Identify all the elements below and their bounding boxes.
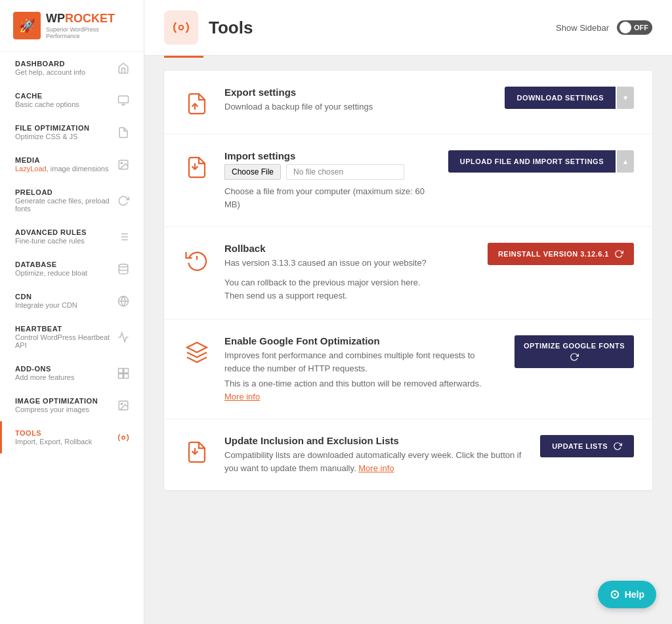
google-fonts-body: Enable Google Font Optimization Improves…	[224, 335, 501, 403]
svg-point-22	[122, 436, 125, 439]
export-icon	[182, 89, 211, 118]
logo-rocket: ROCKET	[65, 12, 115, 25]
nav-subtitle-cdn: Integrate your CDN	[15, 301, 116, 309]
svg-point-6	[121, 162, 122, 163]
file-name-display: No file chosen	[286, 164, 404, 180]
rollback-extra-line1: You can rollback to the previous major v…	[224, 276, 474, 290]
heartbeat-icon	[116, 330, 131, 344]
upload-import-btn-group: UPLOAD FILE AND IMPORT SETTINGS ▴	[448, 150, 634, 173]
rollback-body: Rollback Has version 3.13.3 caused an is…	[224, 243, 474, 303]
rollback-extra-line2: Then send us a support request.	[224, 289, 474, 303]
sidebar-item-preload[interactable]: PRELOAD Generate cache files, preload fo…	[0, 180, 144, 220]
show-sidebar-label: Show Sidebar	[556, 23, 609, 33]
google-fonts-extra: This is a one-time action and this butto…	[224, 377, 501, 403]
page-title: Tools	[209, 18, 253, 38]
update-lists-action: UPDATE LISTS	[540, 435, 634, 457]
tools-icon	[116, 430, 131, 445]
logo: 🚀 WPROCKET Superior WordPress Performanc…	[0, 0, 144, 52]
export-desc: Download a backup file of your settings	[224, 100, 492, 114]
database-icon	[116, 262, 131, 276]
sidebar-item-media[interactable]: MEDIA LazyLoad, image dimensions	[0, 148, 144, 180]
import-icon	[182, 153, 211, 182]
nav-subtitle-database: Optimize, reduce bloat	[15, 269, 116, 277]
file-choose-button[interactable]: Choose File	[224, 164, 281, 180]
nav-subtitle-dashboard: Get help, account info	[15, 68, 116, 76]
sidebar-item-cache[interactable]: CACHE Basic cache options	[0, 84, 144, 116]
rollback-title: Rollback	[224, 243, 474, 254]
nav-title-cache: CACHE	[15, 92, 116, 100]
svg-rect-18	[119, 373, 123, 378]
sidebar-item-database[interactable]: DATABASE Optimize, reduce bloat	[0, 253, 144, 285]
svg-point-13	[119, 264, 128, 267]
update-lists-desc: Compatibility lists are downloaded autom…	[224, 449, 527, 474]
help-button[interactable]: ⊙ Help	[598, 581, 656, 608]
download-settings-btn-group: DOWNLOAD SETTINGS ▾	[505, 87, 634, 109]
cache-icon	[116, 93, 131, 108]
rollback-extra: You can rollback to the previous major v…	[224, 276, 474, 304]
upload-import-button[interactable]: UPLOAD FILE AND IMPORT SETTINGS	[448, 150, 616, 173]
page-underline	[164, 56, 203, 58]
sidebar-item-dashboard[interactable]: DASHBOARD Get help, account info	[0, 52, 144, 84]
dashboard-icon	[116, 61, 131, 75]
rollback-action: REINSTALL VERSION 3.12.6.1	[488, 243, 634, 265]
svg-rect-16	[119, 368, 123, 373]
reinstall-refresh-icon	[614, 249, 623, 259]
page-content-area: Export settings Download a backup file o…	[144, 56, 672, 510]
update-lists-title: Update Inclusion and Exclusion Lists	[224, 435, 527, 446]
update-lists-section: Update Inclusion and Exclusion Lists Com…	[164, 419, 652, 490]
nav-title-preload: PRELOAD	[15, 188, 116, 196]
google-fonts-section: Enable Google Font Optimization Improves…	[164, 320, 652, 419]
nav-title-media: MEDIA	[15, 156, 116, 164]
file-input-row: Choose File No file chosen	[224, 164, 435, 180]
nav-title-heartbeat: HEARTBEAT	[15, 325, 116, 333]
header-right: Show Sidebar OFF	[556, 20, 652, 35]
update-lists-refresh-icon	[613, 442, 622, 451]
download-settings-button[interactable]: DOWNLOAD SETTINGS	[505, 87, 616, 109]
optimize-google-fonts-button[interactable]: OPTIMIZE GOOGLE FONTS	[514, 335, 634, 368]
rollback-desc: Has version 3.13.3 caused an issue on yo…	[224, 257, 474, 270]
google-fonts-more-info-link[interactable]: More info	[224, 392, 260, 402]
reinstall-button[interactable]: REINSTALL VERSION 3.12.6.1	[488, 243, 634, 265]
help-label: Help	[625, 589, 644, 600]
export-body: Export settings Download a backup file o…	[224, 87, 492, 114]
update-lists-more-info-link[interactable]: More info	[358, 463, 394, 473]
export-title: Export settings	[224, 87, 492, 98]
reinstall-label: REINSTALL VERSION 3.12.6.1	[498, 250, 609, 258]
svg-text:🚀: 🚀	[19, 18, 35, 33]
nav-subtitle-adv-rules: Fine-tune cache rules	[15, 237, 116, 245]
tools-cards: Export settings Download a backup file o…	[164, 71, 652, 490]
sidebar-item-image-optimization[interactable]: IMAGE OPTIMIZATION Compress your images	[0, 389, 144, 421]
svg-rect-19	[124, 373, 129, 378]
logo-subtitle: Superior WordPress Performance	[46, 26, 131, 39]
nav-subtitle-addons: Add more features	[15, 373, 116, 381]
nav-subtitle-preload: Generate cache files, preload fonts	[15, 197, 116, 213]
upload-import-dropdown[interactable]: ▴	[617, 150, 634, 173]
page-header-icon	[173, 19, 190, 36]
sidebar-item-heartbeat[interactable]: HEARTBEAT Control WordPress Heartbeat AP…	[0, 317, 144, 357]
sidebar-item-addons[interactable]: ADD-ONS Add more features	[0, 357, 144, 389]
toggle-circle	[620, 22, 631, 33]
export-section: Export settings Download a backup file o…	[164, 71, 652, 135]
update-lists-button[interactable]: UPDATE LISTS	[540, 435, 634, 457]
nav-subtitle-img-opt: Compress your images	[15, 406, 116, 413]
nav-title-tools: TOOLS	[15, 429, 116, 437]
google-fonts-action: OPTIMIZE GOOGLE FONTS	[514, 335, 634, 368]
nav-subtitle-media: LazyLoad, image dimensions	[15, 165, 116, 173]
sidebar-toggle[interactable]: OFF	[617, 20, 652, 35]
sidebar-item-advanced-rules[interactable]: ADVANCED RULES Fine-tune cache rules	[0, 220, 144, 253]
media-icon	[116, 157, 131, 172]
svg-rect-17	[124, 368, 129, 373]
sidebar-item-tools[interactable]: TOOLS Import, Export, Rollback	[0, 421, 144, 453]
google-fonts-title: Enable Google Font Optimization	[224, 335, 501, 346]
nav-subtitle-heartbeat: Control WordPress Heartbeat API	[15, 333, 116, 349]
nav-title-database: DATABASE	[15, 260, 116, 268]
sidebar: 🚀 WPROCKET Superior WordPress Performanc…	[0, 0, 144, 624]
file-opt-icon	[116, 125, 131, 140]
sidebar-item-cdn[interactable]: CDN Integrate your CDN	[0, 285, 144, 317]
page-header: Tools Show Sidebar OFF	[144, 0, 672, 56]
cdn-icon	[116, 294, 131, 308]
media-lazyload-link[interactable]: LazyLoad	[15, 165, 47, 173]
sidebar-item-file-optimization[interactable]: FILE OPTIMIZATION Optimize CSS & JS	[0, 116, 144, 148]
nav-title-adv-rules: ADVANCED RULES	[15, 228, 116, 236]
download-settings-dropdown[interactable]: ▾	[617, 87, 634, 109]
